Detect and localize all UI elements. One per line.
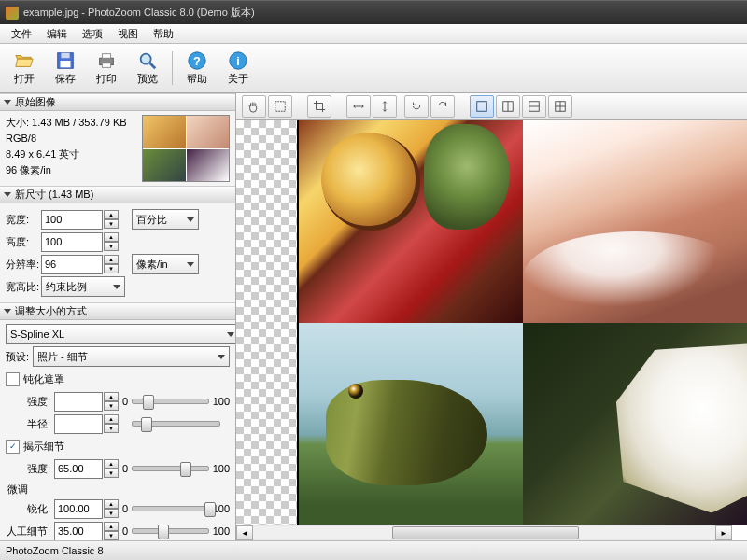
menu-view[interactable]: 视图: [110, 25, 146, 43]
original-mode: RGB/8: [6, 131, 142, 147]
resolution-label: 分辨率:: [6, 258, 41, 272]
scroll-thumb[interactable]: [392, 526, 579, 539]
view-split-v-button[interactable]: [522, 95, 546, 118]
view-quad-icon: [554, 100, 567, 113]
svg-rect-2: [61, 61, 71, 67]
save-button[interactable]: 保存: [46, 47, 85, 90]
preview-quadrant-frog: [299, 323, 523, 525]
thumbnail[interactable]: [142, 115, 230, 182]
view-single-icon: [475, 100, 488, 113]
resolution-spinner[interactable]: ▲▼: [104, 255, 119, 273]
artifact-spinner[interactable]: ▲▼: [104, 522, 119, 540]
chevron-down-icon: [187, 217, 194, 222]
radius-label: 半径:: [6, 417, 54, 431]
intensity-slider[interactable]: [132, 399, 209, 404]
original-size: 大小: 1.43 MB / 353.79 KB: [6, 115, 142, 131]
menu-file[interactable]: 文件: [4, 25, 39, 43]
caret-down-icon: [4, 192, 11, 197]
menu-help[interactable]: 帮助: [146, 25, 181, 43]
radius-input[interactable]: [54, 414, 103, 434]
view-single-button[interactable]: [470, 95, 494, 118]
resolution-unit-combo[interactable]: 像素/in: [132, 254, 199, 274]
rotate-right-button[interactable]: [430, 95, 455, 118]
width-label: 宽度:: [6, 213, 41, 227]
artifact-input[interactable]: [54, 522, 103, 541]
app-icon: [6, 7, 19, 20]
ratio-label: 宽高比:: [6, 280, 41, 294]
preset-label: 预设:: [6, 350, 29, 364]
height-spinner[interactable]: ▲▼: [104, 232, 119, 251]
artifact-label: 人工细节:: [6, 525, 54, 539]
flip-h-button[interactable]: [346, 95, 371, 118]
view-quad-button[interactable]: [548, 95, 572, 118]
method-combo[interactable]: S-Spline XL: [6, 324, 235, 344]
marquee-tool[interactable]: [268, 95, 292, 118]
hand-tool[interactable]: [242, 95, 266, 118]
svg-rect-13: [477, 102, 487, 112]
about-button[interactable]: i 关于: [218, 47, 258, 90]
scroll-right-button[interactable]: ►: [715, 525, 732, 540]
resolution-input[interactable]: [41, 255, 103, 274]
height-input[interactable]: [41, 232, 103, 252]
panel-original-header[interactable]: 原始图像: [0, 93, 235, 111]
sharpen-input[interactable]: [54, 499, 103, 519]
width-spinner[interactable]: ▲▼: [104, 210, 119, 229]
panel-original: 大小: 1.43 MB / 353.79 KB RGB/8 8.49 x 6.4…: [0, 111, 235, 186]
intensity-input[interactable]: [54, 392, 103, 412]
view-split-v-icon: [528, 100, 541, 113]
preview-quadrant-face: [523, 120, 747, 323]
horizontal-scrollbar[interactable]: ◄ ►: [236, 525, 732, 540]
chevron-down-icon: [218, 355, 225, 359]
reveal-checkbox[interactable]: ✓: [6, 440, 20, 454]
rotate-left-button[interactable]: [404, 95, 429, 118]
scroll-left-button[interactable]: ◄: [236, 525, 253, 540]
original-dim: 8.49 x 6.41 英寸: [6, 147, 142, 162]
reveal-intensity-spinner[interactable]: ▲▼: [104, 459, 119, 478]
window-title: example.jpg - PhotoZoom Classic 8.0 (Dem…: [23, 6, 255, 20]
magnifier-icon: [137, 50, 158, 71]
title-bar: example.jpg - PhotoZoom Classic 8.0 (Dem…: [0, 0, 747, 24]
svg-text:?: ?: [193, 54, 201, 68]
reveal-intensity-slider[interactable]: [132, 466, 209, 471]
printer-icon: [96, 50, 117, 71]
artifact-slider[interactable]: [132, 528, 209, 534]
reveal-intensity-input[interactable]: [54, 459, 103, 479]
view-split-h-icon: [501, 100, 514, 113]
crop-tool[interactable]: [307, 95, 331, 118]
ratio-combo[interactable]: 约束比例: [41, 276, 125, 297]
sharpen-slider[interactable]: [132, 506, 209, 511]
unsharp-checkbox[interactable]: [6, 372, 20, 386]
preview-button[interactable]: 预览: [128, 47, 167, 90]
flip-v-button[interactable]: [373, 95, 397, 118]
sharpen-spinner[interactable]: ▲▼: [104, 499, 119, 518]
svg-rect-1: [61, 53, 69, 59]
svg-point-6: [141, 54, 151, 64]
caret-down-icon: [4, 309, 11, 314]
radius-spinner[interactable]: ▲▼: [104, 414, 119, 433]
open-button[interactable]: 打开: [5, 47, 44, 90]
preview-quadrant-fruit: [299, 120, 523, 323]
preview-canvas[interactable]: [297, 120, 747, 525]
preset-combo[interactable]: 照片 - 细节: [33, 346, 230, 367]
help-icon: ?: [187, 50, 207, 71]
intensity-label: 强度:: [6, 395, 54, 409]
view-split-h-button[interactable]: [496, 95, 520, 118]
menu-edit[interactable]: 编辑: [39, 25, 75, 43]
status-bar: PhotoZoom Classic 8: [0, 540, 747, 560]
panel-resize: S-Spline XL 预设: 照片 - 细节 钝化遮罩 强度: ▲▼ 0 10…: [0, 320, 235, 540]
help-button[interactable]: ? 帮助: [177, 47, 217, 90]
radius-slider[interactable]: [132, 421, 220, 427]
panel-resize-header[interactable]: 调整大小的方式: [0, 302, 235, 320]
flip-h-icon: [352, 100, 365, 113]
panel-newsize-header[interactable]: 新尺寸 (1.43 MB): [0, 186, 235, 203]
marquee-icon: [274, 100, 287, 113]
chevron-down-icon: [113, 285, 120, 289]
preview-quadrant-flower: [523, 323, 747, 525]
unit-combo[interactable]: 百分比: [132, 209, 199, 230]
intensity-spinner[interactable]: ▲▼: [104, 392, 119, 411]
print-button[interactable]: 打印: [87, 47, 126, 90]
sidebar: 原始图像 大小: 1.43 MB / 353.79 KB RGB/8 8.49 …: [0, 93, 236, 540]
svg-text:i: i: [236, 54, 240, 68]
width-input[interactable]: [41, 210, 103, 230]
menu-options[interactable]: 选项: [75, 25, 110, 43]
